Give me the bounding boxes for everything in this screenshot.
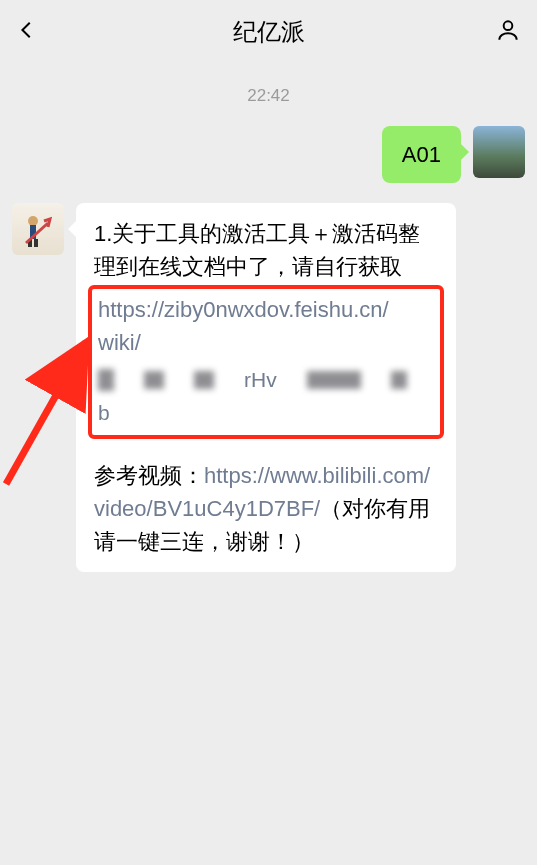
ref-label: 参考视频： <box>94 463 204 488</box>
bubble-outgoing[interactable]: A01 <box>382 126 461 183</box>
message-row-incoming: 1.关于工具的激活工具＋激活码整理到在线文档中了，请自行获取 https://z… <box>0 199 537 588</box>
avatar-self[interactable] <box>473 126 525 178</box>
outgoing-text: A01 <box>402 142 441 167</box>
svg-rect-4 <box>34 239 38 247</box>
bubble-incoming[interactable]: 1.关于工具的激活工具＋激活码整理到在线文档中了，请自行获取 https://z… <box>76 203 456 572</box>
censor-block <box>307 371 361 389</box>
censor-block <box>144 371 164 389</box>
timestamp: 22:42 <box>0 74 537 122</box>
incoming-link1a[interactable]: https://ziby0nwxdov.feishu.cn/ <box>98 293 434 326</box>
chat-area: 22:42 A01 1.关于工具的激活工具＋激活码整理到在线文档中了，请自行获取… <box>0 64 537 598</box>
censored-row: rHv <box>98 365 434 395</box>
incoming-line1: 1.关于工具的激活工具＋激活码整理到在线文档中了，请自行获取 <box>94 217 438 283</box>
avatar-contact[interactable] <box>12 203 64 255</box>
incoming-link1b[interactable]: wiki/ <box>98 326 434 359</box>
censor-block <box>391 371 407 389</box>
chat-header: 纪亿派 <box>0 0 537 64</box>
message-row-outgoing: A01 <box>0 122 537 199</box>
chat-title: 纪亿派 <box>233 16 305 48</box>
svg-point-0 <box>504 21 513 30</box>
censored-tail: b <box>98 397 434 429</box>
censored-mid-text: rHv <box>244 364 277 396</box>
reference-paragraph: 参考视频：https://www.bilibili.com/video/BV1u… <box>94 459 438 558</box>
contact-info-icon[interactable] <box>495 17 521 47</box>
censor-block <box>98 369 114 391</box>
back-icon[interactable] <box>16 19 38 45</box>
highlighted-link-box: https://ziby0nwxdov.feishu.cn/ wiki/ rHv… <box>88 285 444 439</box>
svg-point-1 <box>28 216 38 226</box>
censor-block <box>194 371 214 389</box>
